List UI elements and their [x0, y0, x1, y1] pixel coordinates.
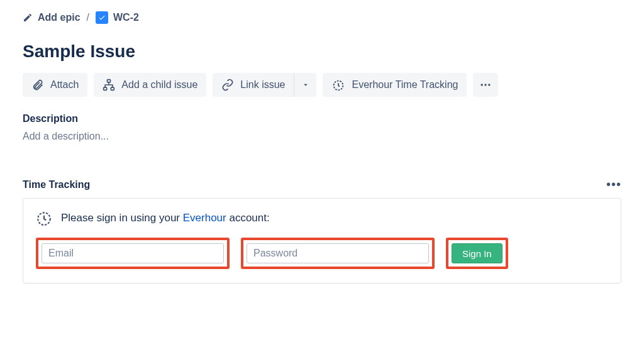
password-input[interactable]	[247, 243, 429, 263]
svg-point-5	[485, 84, 487, 85]
everhour-link[interactable]: Everhour	[183, 212, 226, 224]
everhour-button[interactable]: Everhour Time Tracking	[323, 73, 467, 97]
signin-msg-prefix: Please sign in using your	[61, 212, 183, 224]
attach-button[interactable]: Attach	[23, 73, 87, 97]
signin-message: Please sign in using your Everhour accou…	[36, 210, 608, 226]
child-issue-icon	[103, 79, 115, 91]
svg-rect-1	[104, 87, 107, 90]
description-input[interactable]: Add a description...	[23, 131, 621, 142]
time-tracking-header: Time Tracking •••	[23, 177, 621, 192]
more-icon	[479, 79, 492, 91]
stopwatch-icon	[331, 78, 345, 92]
stopwatch-icon	[36, 210, 52, 226]
link-icon	[221, 79, 234, 91]
link-issue-dropdown[interactable]	[294, 73, 316, 97]
description-label: Description	[23, 113, 621, 124]
breadcrumb: Add epic / WC-2	[23, 11, 621, 24]
breadcrumb-separator: /	[87, 12, 89, 23]
attachment-icon	[31, 79, 44, 91]
signin-msg-suffix: account:	[226, 212, 270, 224]
chevron-down-icon	[301, 80, 310, 89]
email-input[interactable]	[42, 243, 224, 263]
link-issue-label: Link issue	[240, 79, 285, 91]
issue-toolbar: Attach Add a child issue Link issue Ever…	[23, 73, 621, 97]
issue-key-label: WC-2	[113, 12, 139, 23]
add-epic-label: Add epic	[38, 12, 80, 23]
add-epic-link[interactable]: Add epic	[23, 12, 80, 23]
email-highlight	[36, 238, 230, 269]
add-child-label: Add a child issue	[121, 79, 197, 91]
issue-title[interactable]: Sample Issue	[23, 41, 621, 62]
issue-key-link[interactable]: WC-2	[96, 11, 139, 24]
pencil-icon	[23, 13, 33, 23]
issue-type-icon	[96, 11, 108, 24]
add-child-issue-button[interactable]: Add a child issue	[94, 73, 206, 97]
svg-rect-2	[111, 87, 114, 90]
time-tracking-label: Time Tracking	[23, 179, 90, 190]
password-highlight	[241, 238, 435, 269]
more-actions-button[interactable]	[473, 73, 498, 97]
link-issue-split: Link issue	[213, 73, 316, 97]
svg-point-4	[481, 84, 483, 85]
attach-label: Attach	[50, 79, 79, 91]
signin-form: Sign In	[36, 238, 608, 269]
svg-point-6	[489, 84, 491, 85]
signin-button[interactable]: Sign In	[452, 243, 502, 263]
signin-highlight: Sign In	[446, 238, 508, 269]
time-tracking-more-button[interactable]: •••	[606, 177, 621, 192]
time-tracking-panel: Please sign in using your Everhour accou…	[23, 198, 621, 284]
svg-rect-0	[108, 80, 111, 82]
link-issue-button[interactable]: Link issue	[213, 73, 294, 97]
everhour-label: Everhour Time Tracking	[352, 79, 458, 91]
